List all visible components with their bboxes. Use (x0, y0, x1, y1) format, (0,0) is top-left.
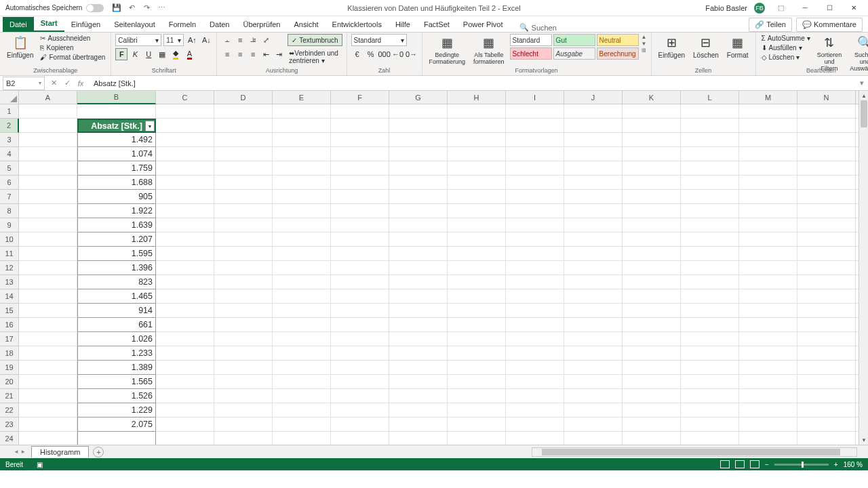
cell-L24[interactable] (681, 432, 739, 445)
cell-H21[interactable] (448, 389, 506, 403)
cell-E5[interactable] (273, 161, 331, 176)
cell-I11[interactable] (506, 247, 564, 261)
cell-F17[interactable] (331, 332, 389, 346)
cell-D23[interactable] (214, 418, 273, 432)
cell-E15[interactable] (273, 304, 331, 318)
cell-F5[interactable] (331, 161, 389, 176)
cell-E3[interactable] (273, 133, 331, 147)
cell-G3[interactable] (389, 133, 448, 147)
cell-G5[interactable] (389, 161, 448, 176)
avatar[interactable]: FB (754, 3, 765, 14)
align-center-icon[interactable]: ≡ (234, 48, 246, 60)
cell-G18[interactable] (389, 346, 448, 361)
cell-C20[interactable] (156, 375, 214, 389)
border-button[interactable]: ▦ (156, 48, 168, 60)
cell-C11[interactable] (156, 247, 214, 261)
align-bottom-icon[interactable]: ⫡ (247, 34, 259, 46)
cell-A9[interactable] (19, 218, 77, 232)
share-button[interactable]: 🔗 Teilen (749, 18, 792, 32)
cell-D16[interactable] (214, 318, 273, 332)
font-name-select[interactable]: Calibri▾ (115, 34, 161, 46)
align-top-icon[interactable]: ⫠ (221, 34, 233, 46)
cell-K7[interactable] (623, 190, 681, 204)
cell-F6[interactable] (331, 176, 389, 190)
pagelayout-view-icon[interactable] (735, 460, 745, 468)
tab-data[interactable]: Daten (203, 17, 236, 32)
cell-A10[interactable] (19, 232, 77, 247)
number-format-select[interactable]: Standard▾ (351, 34, 407, 46)
cell-G2[interactable] (389, 119, 448, 133)
cell-B15[interactable]: 914 (77, 304, 156, 318)
maximize-button[interactable]: ☐ (821, 1, 838, 15)
cell-G4[interactable] (389, 147, 448, 161)
cell-N23[interactable] (797, 418, 856, 432)
row-header-24[interactable]: 24 (0, 432, 19, 445)
cell-N7[interactable] (797, 190, 856, 204)
cell-E10[interactable] (273, 232, 331, 247)
cell-C10[interactable] (156, 232, 214, 247)
underline-button[interactable]: U (142, 48, 155, 60)
cell-N16[interactable] (797, 318, 856, 332)
cell-B13[interactable]: 823 (77, 275, 156, 289)
format-cells-button[interactable]: ▦Format (724, 34, 751, 60)
cell-M7[interactable] (739, 190, 797, 204)
row-header-10[interactable]: 10 (0, 232, 19, 247)
cell-F7[interactable] (331, 190, 389, 204)
format-painter-button[interactable]: 🖌Format übertragen (39, 53, 106, 62)
cell-C3[interactable] (156, 133, 214, 147)
cell-J4[interactable] (564, 147, 623, 161)
cell-B7[interactable]: 905 (77, 190, 156, 204)
zoom-level[interactable]: 160 % (844, 461, 863, 468)
cell-G20[interactable] (389, 375, 448, 389)
row-header-14[interactable]: 14 (0, 289, 19, 304)
cell-A14[interactable] (19, 289, 77, 304)
column-header-I[interactable]: I (506, 91, 564, 104)
cell-F9[interactable] (331, 218, 389, 232)
cell-A17[interactable] (19, 332, 77, 346)
cell-K19[interactable] (623, 361, 681, 375)
formula-input[interactable]: Absatz [Stk.] (90, 79, 856, 87)
cell-G23[interactable] (389, 418, 448, 432)
cell-B10[interactable]: 1.207 (77, 232, 156, 247)
cell-G6[interactable] (389, 176, 448, 190)
cell-E23[interactable] (273, 418, 331, 432)
cell-L23[interactable] (681, 418, 739, 432)
cell-M2[interactable] (739, 119, 797, 133)
tab-file[interactable]: Datei (3, 17, 34, 32)
cell-H23[interactable] (448, 418, 506, 432)
cell-F11[interactable] (331, 247, 389, 261)
row-header-23[interactable]: 23 (0, 418, 19, 432)
row-header-6[interactable]: 6 (0, 176, 19, 190)
cell-N22[interactable] (797, 403, 856, 418)
cell-J8[interactable] (564, 204, 623, 218)
decrease-decimal-icon[interactable]: 0→ (406, 48, 418, 60)
cell-F18[interactable] (331, 346, 389, 361)
tab-view[interactable]: Ansicht (287, 17, 325, 32)
cell-N9[interactable] (797, 218, 856, 232)
cell-F2[interactable] (331, 119, 389, 133)
cell-D12[interactable] (214, 261, 273, 275)
tab-powerpivot[interactable]: Power Pivot (456, 17, 510, 32)
row-header-22[interactable]: 22 (0, 403, 19, 418)
cell-C13[interactable] (156, 275, 214, 289)
cell-F16[interactable] (331, 318, 389, 332)
style-gut[interactable]: Gut (553, 34, 595, 46)
row-header-8[interactable]: 8 (0, 204, 19, 218)
name-box[interactable]: B2▾ (3, 77, 45, 90)
normal-view-icon[interactable] (720, 460, 730, 468)
cell-J16[interactable] (564, 318, 623, 332)
styles-more-icon[interactable]: ⊞ (642, 47, 647, 54)
bold-button[interactable]: F (115, 48, 127, 60)
cell-L9[interactable] (681, 218, 739, 232)
cell-I22[interactable] (506, 403, 564, 418)
column-header-D[interactable]: D (214, 91, 273, 104)
cell-M10[interactable] (739, 232, 797, 247)
cell-B16[interactable]: 661 (77, 318, 156, 332)
cell-E16[interactable] (273, 318, 331, 332)
cell-F20[interactable] (331, 375, 389, 389)
cell-N3[interactable] (797, 133, 856, 147)
cell-B12[interactable]: 1.396 (77, 261, 156, 275)
zoom-in-button[interactable]: + (834, 461, 838, 468)
cell-A22[interactable] (19, 403, 77, 418)
row-header-5[interactable]: 5 (0, 161, 19, 176)
